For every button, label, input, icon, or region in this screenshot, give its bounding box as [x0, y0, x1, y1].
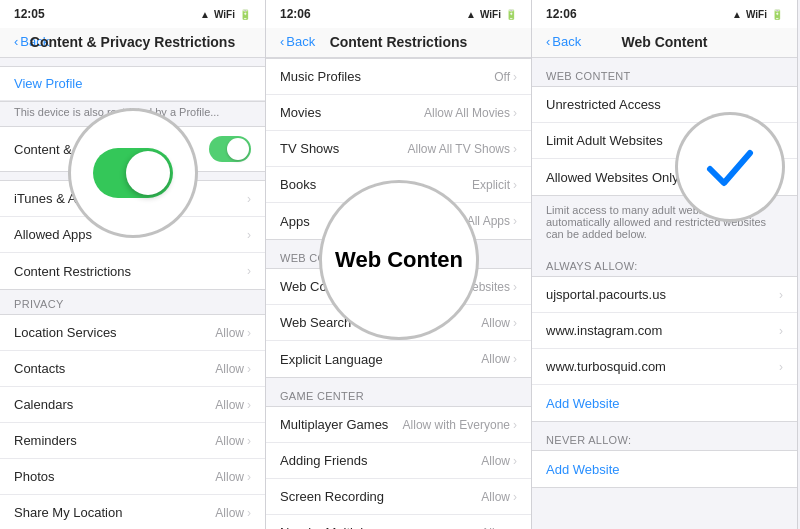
- nav-bar-2: ‹ Back Content Restrictions: [266, 28, 531, 58]
- status-icons-2: ▲ WiFi 🔋: [466, 9, 517, 20]
- nav-title-2: Content Restrictions: [330, 34, 468, 50]
- battery-icon-1: 🔋: [239, 9, 251, 20]
- never-allow-header: NEVER ALLOW:: [532, 422, 797, 450]
- signal-icon-2: ▲: [466, 9, 476, 20]
- music-profiles-label: Music Profiles: [280, 69, 361, 84]
- nearby-multiplayer-row[interactable]: Nearby Multiplayer Allow ›: [266, 515, 531, 529]
- add-website-never-label: Add Website: [546, 462, 619, 477]
- add-website-always-row[interactable]: Add Website: [532, 385, 797, 421]
- wifi-icon-1: WiFi: [214, 9, 235, 20]
- panel-1: 12:05 ▲ WiFi 🔋 ‹ Back Content & Privacy …: [0, 0, 266, 529]
- web-content-zoom-text: Web Conten: [335, 247, 463, 273]
- screen-recording-row[interactable]: Screen Recording Allow ›: [266, 479, 531, 515]
- music-profiles-value: Off ›: [494, 70, 517, 84]
- pacourts-label: ujsportal.pacourts.us: [546, 287, 666, 302]
- explicit-language-label: Explicit Language: [280, 352, 383, 367]
- turbosquid-label: www.turbosquid.com: [546, 359, 666, 374]
- nav-bar-3: ‹ Back Web Content: [532, 28, 797, 58]
- tv-shows-label: TV Shows: [280, 141, 339, 156]
- reminders-value: Allow ›: [215, 434, 251, 448]
- multiplayer-games-label: Multiplayer Games: [280, 417, 388, 432]
- status-bar-2: 12:06 ▲ WiFi 🔋: [266, 0, 531, 28]
- back-button-3[interactable]: ‹ Back: [546, 34, 581, 49]
- multiplayer-games-row[interactable]: Multiplayer Games Allow with Everyone ›: [266, 407, 531, 443]
- multiplayer-games-value: Allow with Everyone ›: [403, 418, 517, 432]
- game-center-group: Multiplayer Games Allow with Everyone › …: [266, 406, 531, 529]
- adding-friends-label: Adding Friends: [280, 453, 367, 468]
- game-center-section-header: GAME CENTER: [266, 378, 531, 406]
- zoom-label-overlay: Web Conten: [319, 180, 479, 340]
- pacourts-row[interactable]: ujsportal.pacourts.us ›: [532, 277, 797, 313]
- chevron-icon: ›: [779, 288, 783, 302]
- photos-row[interactable]: Photos Allow ›: [0, 459, 265, 495]
- explicit-language-row[interactable]: Explicit Language Allow ›: [266, 341, 531, 377]
- photos-value: Allow ›: [215, 470, 251, 484]
- explicit-language-value: Allow ›: [481, 352, 517, 366]
- content-restrictions-label: Content Restrictions: [14, 264, 131, 279]
- tv-shows-row[interactable]: TV Shows Allow All TV Shows ›: [266, 131, 531, 167]
- status-icons-3: ▲ WiFi 🔋: [732, 9, 783, 20]
- limit-adult-label: Limit Adult Websites: [546, 133, 663, 148]
- unrestricted-access-row[interactable]: Unrestricted Access: [532, 87, 797, 123]
- view-profile-link[interactable]: View Profile: [0, 67, 265, 101]
- chevron-icon: ›: [247, 228, 251, 242]
- adding-friends-row[interactable]: Adding Friends Allow ›: [266, 443, 531, 479]
- share-location-value: Allow ›: [215, 506, 251, 520]
- location-services-row[interactable]: Location Services Allow ›: [0, 315, 265, 351]
- back-button-2[interactable]: ‹ Back: [280, 34, 315, 49]
- calendars-row[interactable]: Calendars Allow ›: [0, 387, 265, 423]
- instagram-row[interactable]: www.instagram.com ›: [532, 313, 797, 349]
- music-profiles-row[interactable]: Music Profiles Off ›: [266, 59, 531, 95]
- movies-label: Movies: [280, 105, 321, 120]
- nav-bar-1: ‹ Back Content & Privacy Restrictions: [0, 28, 265, 58]
- status-bar-3: 12:06 ▲ WiFi 🔋: [532, 0, 797, 28]
- privacy-group: Location Services Allow › Contacts Allow…: [0, 314, 265, 529]
- web-search-value: Allow ›: [481, 316, 517, 330]
- nearby-multiplayer-label: Nearby Multiplayer: [280, 525, 388, 529]
- wifi-icon-3: WiFi: [746, 9, 767, 20]
- profile-group: View Profile: [0, 66, 265, 102]
- apps-label: Apps: [280, 214, 310, 229]
- always-allow-header: ALWAYS ALLOW:: [532, 248, 797, 276]
- photos-label: Photos: [14, 469, 54, 484]
- allowed-apps-label: Allowed Apps: [14, 227, 92, 242]
- content-restrictions-row[interactable]: Content Restrictions ›: [0, 253, 265, 289]
- panel-3: 12:06 ▲ WiFi 🔋 ‹ Back Web Content WEB CO…: [532, 0, 798, 529]
- movies-row[interactable]: Movies Allow All Movies ›: [266, 95, 531, 131]
- back-label-2: Back: [286, 34, 315, 49]
- contacts-value: Allow ›: [215, 362, 251, 376]
- screen-recording-label: Screen Recording: [280, 489, 384, 504]
- chevron-back-icon-3: ‹: [546, 34, 550, 49]
- content-privacy-toggle[interactable]: [209, 136, 251, 162]
- allowed-websites-label: Allowed Websites Only: [546, 170, 679, 185]
- calendars-value: Allow ›: [215, 398, 251, 412]
- adding-friends-value: Allow ›: [481, 454, 517, 468]
- nav-title-1: Content & Privacy Restrictions: [30, 34, 235, 50]
- signal-icon-3: ▲: [732, 9, 742, 20]
- add-website-always-label: Add Website: [546, 396, 619, 411]
- status-bar-1: 12:05 ▲ WiFi 🔋: [0, 0, 265, 28]
- share-location-label: Share My Location: [14, 505, 122, 520]
- chevron-back-icon-1: ‹: [14, 34, 18, 49]
- screen-recording-value: Allow ›: [481, 490, 517, 504]
- big-toggle-knob: [126, 151, 170, 195]
- share-location-row[interactable]: Share My Location Allow ›: [0, 495, 265, 529]
- chevron-icon: ›: [779, 324, 783, 338]
- battery-icon-2: 🔋: [505, 9, 517, 20]
- zoom-toggle-overlay: [68, 108, 198, 238]
- instagram-label: www.instagram.com: [546, 323, 662, 338]
- movies-value: Allow All Movies ›: [424, 106, 517, 120]
- reminders-label: Reminders: [14, 433, 77, 448]
- nearby-multiplayer-value: Allow ›: [481, 526, 517, 530]
- contacts-row[interactable]: Contacts Allow ›: [0, 351, 265, 387]
- web-content-options-header: WEB CONTENT: [532, 58, 797, 86]
- nav-title-3: Web Content: [621, 34, 707, 50]
- add-website-never-row[interactable]: Add Website: [532, 451, 797, 487]
- turbosquid-row[interactable]: www.turbosquid.com ›: [532, 349, 797, 385]
- location-label: Location Services: [14, 325, 117, 340]
- reminders-row[interactable]: Reminders Allow ›: [0, 423, 265, 459]
- never-allow-group: Add Website: [532, 450, 797, 488]
- wifi-icon-2: WiFi: [480, 9, 501, 20]
- time-1: 12:05: [14, 7, 45, 21]
- panel-2: 12:06 ▲ WiFi 🔋 ‹ Back Content Restrictio…: [266, 0, 532, 529]
